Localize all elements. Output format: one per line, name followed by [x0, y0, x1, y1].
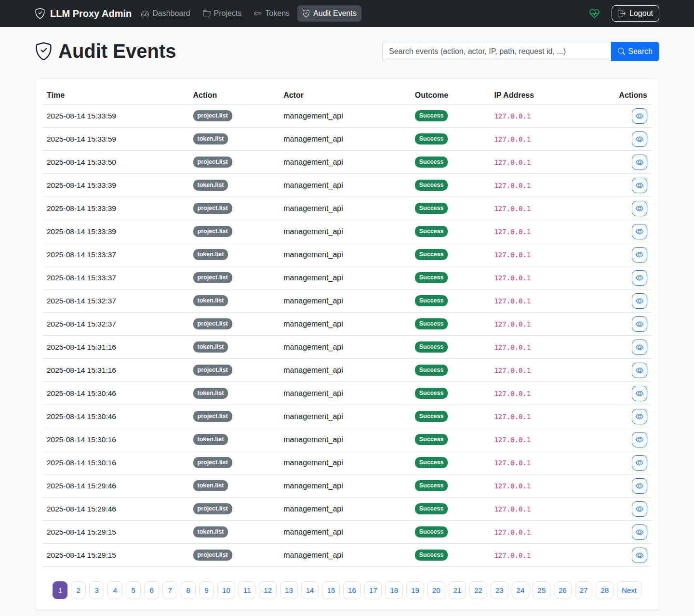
- action-badge: project.list: [193, 457, 232, 468]
- nav-item-projects[interactable]: Projects: [198, 5, 247, 22]
- view-event-button[interactable]: [632, 386, 647, 401]
- view-event-button[interactable]: [632, 131, 647, 147]
- outcome-badge: Success: [415, 550, 448, 561]
- page-15[interactable]: 15: [322, 581, 340, 599]
- event-time: 2025-08-14 15:30:16: [43, 428, 189, 451]
- view-event-button[interactable]: [632, 524, 647, 540]
- view-event-button[interactable]: [632, 293, 647, 309]
- page-27[interactable]: 27: [575, 581, 593, 599]
- page-5[interactable]: 5: [126, 581, 141, 599]
- eye-icon: [636, 436, 643, 444]
- view-event-button[interactable]: [632, 501, 647, 517]
- col-actor: Actor: [280, 87, 411, 105]
- event-time: 2025-08-14 15:30:46: [43, 405, 189, 428]
- eye-icon: [636, 482, 643, 490]
- page-22[interactable]: 22: [469, 581, 487, 599]
- action-badge: token.list: [193, 341, 228, 353]
- view-event-button[interactable]: [632, 247, 647, 262]
- view-event-button[interactable]: [632, 432, 647, 447]
- page-16[interactable]: 16: [343, 581, 361, 599]
- page-11[interactable]: 11: [239, 581, 256, 599]
- eye-icon: [636, 112, 643, 120]
- view-event-button[interactable]: [632, 548, 647, 563]
- event-time: 2025-08-14 15:32:37: [43, 289, 189, 313]
- page-9[interactable]: 9: [199, 581, 214, 599]
- col-actions: Actions: [608, 87, 651, 105]
- page-20[interactable]: 20: [427, 581, 445, 599]
- event-ip: 127.0.0.1: [490, 382, 608, 405]
- view-event-button[interactable]: [632, 270, 647, 286]
- page-3[interactable]: 3: [89, 581, 104, 599]
- nav-menu: Dashboard Projects Tokens Audit Events: [136, 5, 361, 22]
- event-actor: management_api: [280, 105, 411, 128]
- page-header: Audit Events Search: [35, 40, 659, 62]
- outcome-badge: Success: [415, 272, 448, 283]
- view-event-button[interactable]: [632, 108, 647, 124]
- page-1[interactable]: 1: [53, 581, 67, 599]
- event-ip: 127.0.0.1: [490, 336, 608, 359]
- view-event-button[interactable]: [632, 201, 647, 216]
- nav-item-dashboard[interactable]: Dashboard: [136, 5, 195, 22]
- folder-icon: [203, 10, 211, 17]
- view-event-button[interactable]: [632, 178, 647, 193]
- event-time: 2025-08-14 15:33:50: [43, 151, 189, 174]
- page-26[interactable]: 26: [554, 581, 572, 599]
- view-event-button[interactable]: [632, 155, 647, 170]
- eye-icon: [636, 413, 643, 420]
- page-13[interactable]: 13: [280, 581, 298, 599]
- page-4[interactable]: 4: [107, 581, 122, 599]
- event-time: 2025-08-14 15:33:39: [43, 220, 189, 243]
- event-actor: management_api: [280, 336, 411, 359]
- table-row: 2025-08-14 15:33:37 project.list managem…: [43, 266, 651, 289]
- event-time: 2025-08-14 15:30:16: [43, 451, 189, 474]
- page-next[interactable]: Next: [617, 581, 641, 599]
- page-25[interactable]: 25: [533, 581, 550, 599]
- search-input[interactable]: [382, 42, 611, 61]
- eye-icon: [636, 158, 643, 166]
- page-10[interactable]: 10: [217, 581, 235, 599]
- table-row: 2025-08-14 15:29:15 token.list managemen…: [43, 521, 651, 544]
- eye-icon: [636, 343, 643, 351]
- view-event-button[interactable]: [632, 455, 647, 471]
- table-row: 2025-08-14 15:30:16 token.list managemen…: [43, 428, 651, 451]
- event-time: 2025-08-14 15:31:16: [43, 359, 189, 382]
- event-time: 2025-08-14 15:29:15: [43, 544, 189, 567]
- page-18[interactable]: 18: [385, 581, 403, 599]
- eye-icon: [636, 367, 643, 374]
- view-event-button[interactable]: [632, 224, 647, 239]
- page-19[interactable]: 19: [406, 581, 424, 599]
- page-17[interactable]: 17: [364, 581, 382, 599]
- page-28[interactable]: 28: [596, 581, 614, 599]
- page-14[interactable]: 14: [301, 581, 319, 599]
- view-event-button[interactable]: [632, 409, 647, 424]
- page-12[interactable]: 12: [259, 581, 277, 599]
- view-event-button[interactable]: [632, 363, 647, 378]
- outcome-badge: Success: [415, 457, 448, 468]
- page-21[interactable]: 21: [449, 581, 467, 599]
- event-actor: management_api: [280, 521, 411, 544]
- view-event-button[interactable]: [632, 340, 647, 355]
- search-button[interactable]: Search: [611, 42, 659, 61]
- page-8[interactable]: 8: [181, 581, 196, 599]
- action-badge: project.list: [193, 365, 232, 376]
- page-2[interactable]: 2: [71, 581, 86, 599]
- nav-item-tokens[interactable]: Tokens: [249, 5, 294, 22]
- view-event-button[interactable]: [632, 316, 647, 332]
- action-badge: token.list: [193, 133, 228, 144]
- logout-button[interactable]: Logout: [612, 5, 659, 22]
- page-7[interactable]: 7: [162, 581, 177, 599]
- event-ip: 127.0.0.1: [490, 174, 608, 197]
- page-6[interactable]: 6: [144, 581, 159, 599]
- event-actor: management_api: [280, 220, 411, 243]
- page-23[interactable]: 23: [491, 581, 508, 599]
- table-row: 2025-08-14 15:29:15 project.list managem…: [43, 544, 651, 567]
- view-event-button[interactable]: [632, 478, 647, 494]
- brand[interactable]: LLM Proxy Admin: [35, 8, 132, 19]
- event-ip: 127.0.0.1: [490, 498, 608, 521]
- page-24[interactable]: 24: [512, 581, 530, 599]
- nav-item-audit-events[interactable]: Audit Events: [297, 5, 361, 22]
- outcome-badge: Success: [415, 365, 448, 376]
- brand-label: LLM Proxy Admin: [50, 8, 132, 19]
- shield-check-icon: [35, 8, 45, 19]
- outcome-badge: Success: [415, 318, 448, 329]
